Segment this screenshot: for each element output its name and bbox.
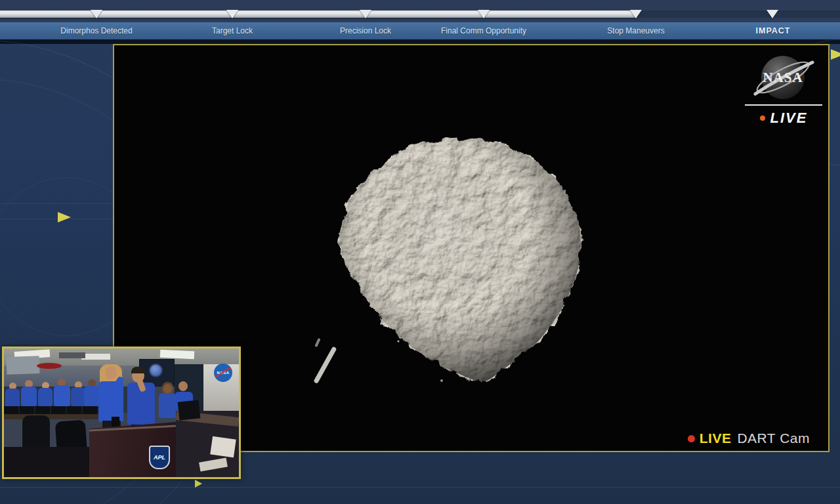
dart-cam-caption: LIVE DART Cam bbox=[688, 430, 810, 446]
milestone-marker-icon bbox=[226, 10, 238, 18]
pip-person bbox=[84, 386, 100, 406]
live-badge-rule bbox=[745, 104, 822, 106]
mission-control-pip: NASA bbox=[2, 346, 241, 479]
pip-floor bbox=[4, 447, 91, 477]
pip-monitor bbox=[178, 400, 201, 420]
milestone-marker-icon bbox=[478, 10, 490, 18]
pip-desk-edge bbox=[4, 414, 104, 419]
left-edge-arrow-icon bbox=[58, 212, 71, 222]
milestone-label-target-lock: Target Lock bbox=[212, 22, 253, 39]
pip-man-hair bbox=[131, 367, 145, 373]
milestone-label-final-comm: Final Comm Opportunity bbox=[441, 22, 526, 39]
milestone-label-precision-lock: Precision Lock bbox=[340, 22, 391, 39]
hud-line bbox=[0, 487, 840, 488]
milestone-label-dimorphos-detected: Dimorphos Detected bbox=[60, 22, 132, 39]
pip-red-sign bbox=[37, 363, 62, 369]
milestone-marker-icon bbox=[766, 10, 778, 18]
dart-broadcast-screen: Dimorphos Detected Target Lock Precision… bbox=[0, 0, 840, 504]
asteroid-dimorphos bbox=[339, 138, 581, 383]
timeline-top-strip bbox=[0, 0, 840, 22]
pip-person bbox=[38, 388, 52, 406]
milestone-marker-icon bbox=[630, 10, 642, 18]
pip-woman-head bbox=[105, 366, 117, 379]
pip-apl-shield: APL bbox=[149, 446, 170, 469]
hud-line bbox=[0, 203, 113, 204]
pip-white-box bbox=[210, 436, 236, 458]
milestone-marker-icon bbox=[360, 10, 371, 18]
milestone-label-impact: IMPACT bbox=[756, 22, 791, 39]
pip-wall-screen-left bbox=[7, 356, 40, 375]
pip-person-head bbox=[178, 381, 188, 391]
live-label: LIVE bbox=[770, 110, 808, 127]
pip-ceiling-vent bbox=[59, 352, 85, 358]
milestone-label-stop-maneuvers: Stop Maneuvers bbox=[607, 22, 664, 39]
hud-line bbox=[0, 219, 113, 219]
pip-pointer-arrow-icon bbox=[195, 480, 202, 488]
pip-didymos-image bbox=[150, 364, 162, 377]
timeline-label-band: Dimorphos Detected Target Lock Precision… bbox=[0, 22, 840, 39]
caption-camera-label: DART Cam bbox=[737, 430, 810, 446]
pip-person bbox=[5, 388, 20, 407]
pip-nasa-logo-icon: NASA bbox=[214, 364, 232, 382]
live-dot-icon bbox=[760, 116, 765, 121]
milestone-marker-icon bbox=[91, 10, 102, 18]
right-edge-arrow-icon bbox=[831, 49, 840, 60]
caption-live-label: LIVE bbox=[700, 430, 732, 446]
pip-person bbox=[71, 387, 85, 406]
header-separator bbox=[0, 39, 840, 44]
pip-person bbox=[54, 385, 70, 406]
pip-person bbox=[21, 387, 37, 406]
pip-ceiling-light bbox=[81, 354, 110, 360]
pip-person bbox=[159, 393, 176, 418]
nasa-live-badge: LIVE bbox=[744, 52, 823, 127]
caption-live-dot-icon bbox=[688, 435, 695, 442]
